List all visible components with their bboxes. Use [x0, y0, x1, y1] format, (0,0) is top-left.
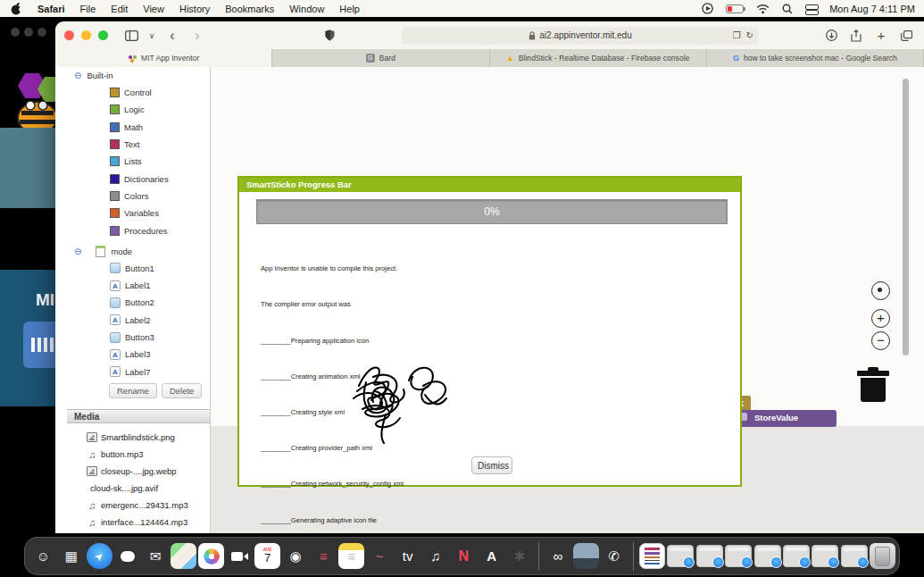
media-file-item[interactable]: ♫ interface...124464.mp3: [67, 514, 210, 531]
close-window-button[interactable]: [64, 30, 74, 40]
new-tab-icon[interactable]: +: [872, 27, 890, 45]
browser-tab[interactable]: MIT App Inventor: [55, 49, 272, 67]
menu-item[interactable]: History: [179, 4, 210, 14]
component-item[interactable]: A Label1: [67, 277, 210, 294]
delete-button[interactable]: Delete: [162, 383, 202, 398]
menu-item[interactable]: View: [143, 4, 164, 14]
component-item[interactable]: A Label7: [67, 363, 210, 380]
screen-mirroring-icon[interactable]: [702, 3, 713, 14]
menu-item[interactable]: Edit: [111, 4, 128, 14]
palette-item[interactable]: Lists: [67, 153, 210, 170]
back-button[interactable]: ‹: [163, 27, 181, 45]
palette-item[interactable]: Text: [67, 136, 210, 153]
rename-button[interactable]: Rename: [109, 383, 157, 398]
browser-tab[interactable]: ▲ BlindStick - Realtime Database - Fireb…: [490, 49, 707, 67]
component-item[interactable]: Button3: [67, 329, 210, 346]
sidebar-toggle-icon[interactable]: [122, 27, 140, 45]
menu-clock[interactable]: Mon Aug 7 4:11 PM: [829, 4, 915, 14]
address-bar[interactable]: ai2.appinventor.mit.edu ❐ ↻: [402, 27, 759, 45]
share-icon[interactable]: [847, 27, 865, 45]
reload-icon[interactable]: ↻: [746, 30, 753, 40]
minimized-window[interactable]: [667, 545, 694, 567]
palette-item[interactable]: Logic: [67, 101, 210, 118]
mail-icon[interactable]: ✉: [143, 543, 169, 569]
component-item[interactable]: Button2: [67, 294, 210, 311]
builtin-tree-header[interactable]: ⊖ Built-in: [67, 67, 210, 84]
arduino-icon[interactable]: ∞: [545, 543, 570, 569]
minimized-window[interactable]: [696, 545, 723, 567]
component-item[interactable]: Button1: [67, 260, 210, 277]
page-scrollbar[interactable]: [903, 79, 909, 355]
center-blocks-button[interactable]: [871, 281, 890, 300]
browser-tab[interactable]: G how to take screenshot mac - Google Se…: [707, 49, 924, 67]
palette-item[interactable]: Procedures: [67, 222, 210, 238]
safari-icon[interactable]: ➤: [87, 543, 112, 569]
battery-icon[interactable]: [726, 4, 744, 13]
finder-icon[interactable]: ☺: [30, 543, 56, 569]
media-file-item[interactable]: Smartblindstick.png: [67, 429, 210, 446]
downloads-icon[interactable]: [822, 27, 840, 45]
menu-item[interactable]: Help: [339, 4, 360, 14]
palette-item[interactable]: Control: [67, 84, 210, 101]
desktop-picture-icon[interactable]: [573, 543, 599, 569]
photos-icon[interactable]: [198, 543, 224, 569]
zoom-window-button[interactable]: [98, 30, 108, 40]
maps-icon[interactable]: [171, 543, 196, 569]
menu-item[interactable]: Bookmarks: [225, 4, 274, 14]
apple-tv-icon[interactable]: tv: [395, 543, 420, 569]
launchpad-icon[interactable]: ▦: [58, 543, 84, 569]
freeform-icon[interactable]: ~: [367, 543, 393, 569]
messages-icon[interactable]: [114, 543, 140, 569]
spotlight-search-icon[interactable]: [782, 4, 793, 14]
reminders-icon[interactable]: ≡: [311, 543, 337, 569]
whatsapp-icon[interactable]: ✆: [601, 543, 627, 569]
forward-button[interactable]: ›: [188, 27, 206, 45]
menu-item[interactable]: Window: [289, 4, 324, 14]
notes-icon[interactable]: ≡: [338, 543, 364, 569]
trash-can-icon[interactable]: [855, 367, 891, 403]
component-item[interactable]: A Label2: [67, 312, 210, 329]
collapse-icon[interactable]: ⊖: [74, 247, 81, 256]
palette-item[interactable]: Dictionaries: [67, 170, 210, 187]
minimized-window[interactable]: [783, 545, 810, 567]
zoom-in-button[interactable]: +: [871, 309, 890, 328]
component-item[interactable]: A Label3: [67, 346, 210, 363]
system-settings-icon[interactable]: ✱: [507, 543, 533, 569]
background-window-zoom-button: [37, 28, 46, 37]
browser-tab[interactable]: G Bard: [272, 49, 489, 67]
media-file-item[interactable]: ♫ emergenc...29431.mp3: [67, 497, 210, 514]
news-icon[interactable]: N: [451, 543, 477, 569]
media-file-item[interactable]: closeup-....jpg.webp: [67, 463, 210, 480]
trash-icon[interactable]: [870, 543, 895, 569]
media-file-item[interactable]: ♫ button.mp3: [67, 446, 210, 463]
media-file-item[interactable]: cloud-sk....jpg.avif: [67, 480, 210, 497]
dismiss-button[interactable]: Dismiss: [471, 456, 512, 474]
minimized-window[interactable]: [812, 545, 838, 567]
screen-tree-header[interactable]: ⊖ mode: [67, 243, 210, 260]
document-icon[interactable]: [639, 543, 665, 569]
collapse-icon[interactable]: ⊖: [74, 71, 81, 80]
chevron-down-icon[interactable]: ∨: [147, 27, 156, 45]
calendar-icon[interactable]: AUG 7: [254, 543, 280, 569]
menu-item[interactable]: File: [80, 4, 96, 14]
palette-item[interactable]: Colors: [67, 188, 210, 205]
palette-item[interactable]: Variables: [67, 205, 210, 222]
facetime-icon[interactable]: [227, 543, 253, 569]
zoom-out-button[interactable]: −: [871, 331, 890, 350]
apple-icon[interactable]: [11, 2, 22, 15]
privacy-shield-icon[interactable]: [320, 27, 338, 45]
minimized-window[interactable]: [841, 545, 868, 567]
minimized-window[interactable]: [754, 545, 781, 567]
firebase-storevalue-block[interactable]: StoreValue: [729, 410, 837, 427]
tab-overview-icon[interactable]: [897, 27, 915, 45]
tab-group-icon[interactable]: ❐: [733, 30, 741, 40]
music-icon[interactable]: ♫: [422, 543, 448, 569]
menu-app-name[interactable]: Safari: [37, 4, 65, 14]
app-store-icon[interactable]: A: [479, 543, 504, 569]
minimize-window-button[interactable]: [81, 30, 91, 40]
palette-item[interactable]: Math: [67, 119, 210, 136]
minimized-window[interactable]: [725, 545, 752, 567]
wifi-icon[interactable]: [756, 4, 770, 14]
control-center-icon[interactable]: [805, 4, 817, 13]
contacts-icon[interactable]: ◉: [283, 543, 309, 569]
